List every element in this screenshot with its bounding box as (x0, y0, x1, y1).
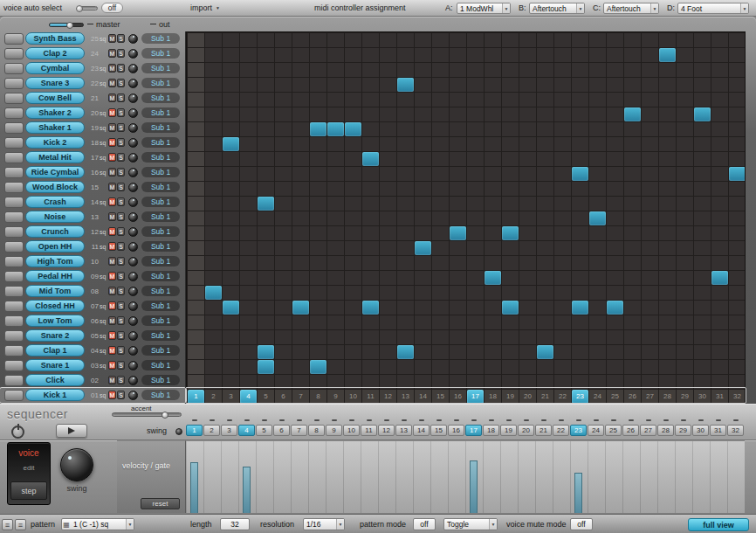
mute-button[interactable]: M (108, 376, 116, 384)
grid-cell[interactable] (572, 137, 588, 151)
grid-cell[interactable] (589, 63, 606, 77)
accent-tick[interactable] (332, 419, 337, 421)
mute-button[interactable]: M (108, 391, 116, 399)
grid-cell[interactable] (450, 271, 466, 285)
grid-cell[interactable] (589, 93, 606, 107)
grid-cell[interactable] (502, 167, 519, 181)
grid-cell[interactable] (677, 167, 693, 181)
grid-cell[interactable] (519, 63, 536, 77)
grid-cell[interactable] (327, 197, 344, 211)
grid-cell[interactable] (397, 63, 414, 77)
grid-cell[interactable] (188, 256, 204, 270)
grid-cell[interactable] (188, 241, 204, 255)
grid-cell[interactable] (624, 360, 641, 374)
mute-button[interactable]: M (108, 257, 116, 266)
grid-cell[interactable] (380, 152, 396, 166)
grid-cell[interactable] (642, 226, 658, 240)
grid-cell[interactable] (572, 301, 588, 315)
solo-button[interactable]: S (117, 79, 125, 87)
grid-cell[interactable] (607, 78, 623, 92)
voice-name-button[interactable]: Cymbal (25, 62, 85, 74)
pan-knob[interactable] (128, 361, 138, 370)
grid-cell[interactable] (485, 137, 501, 151)
grid-cell[interactable] (467, 197, 484, 211)
grid-cell[interactable] (450, 256, 466, 270)
accent-tick[interactable] (559, 419, 564, 421)
solo-button[interactable]: S (117, 34, 125, 43)
grid-cell[interactable] (572, 226, 588, 240)
pan-knob[interactable] (128, 376, 138, 385)
swing-step-button[interactable]: 3 (221, 425, 237, 436)
grid-cell[interactable] (380, 301, 396, 315)
grid-cell[interactable] (380, 63, 396, 77)
grid-cell[interactable] (397, 107, 414, 121)
grid-cell[interactable] (642, 256, 658, 270)
grid-cell[interactable] (327, 48, 344, 62)
output-select[interactable]: Sub 1 (141, 315, 180, 326)
voice-drag-handle[interactable] (4, 182, 24, 193)
grid-cell[interactable] (624, 226, 641, 240)
output-select[interactable]: Sub 1 (141, 375, 180, 385)
grid-cell[interactable] (205, 256, 222, 270)
grid-cell[interactable] (397, 226, 414, 240)
grid-cell[interactable] (310, 360, 326, 374)
pan-knob[interactable] (128, 242, 138, 252)
grid-cell[interactable] (258, 256, 274, 270)
grid-cell[interactable] (694, 197, 711, 211)
grid-cell[interactable] (677, 63, 693, 77)
grid-cell[interactable] (467, 256, 484, 270)
grid-cell[interactable] (554, 152, 571, 166)
voice-drag-handle[interactable] (4, 301, 24, 312)
grid-cell[interactable] (415, 182, 431, 196)
grid-cell[interactable] (380, 33, 396, 47)
grid-cell[interactable] (240, 78, 257, 92)
grid-cell[interactable] (659, 330, 676, 344)
accent-tick[interactable] (419, 419, 424, 421)
pan-knob[interactable] (128, 123, 138, 133)
grid-step-number-cell[interactable]: 6 (275, 390, 292, 404)
grid-cell[interactable] (345, 256, 361, 270)
grid-cell[interactable] (607, 152, 623, 166)
solo-button[interactable]: S (117, 361, 125, 370)
grid-cell[interactable] (677, 182, 693, 196)
swing-step-button[interactable]: 31 (710, 425, 726, 436)
grid-cell[interactable] (624, 345, 641, 359)
grid-cell[interactable] (677, 122, 693, 136)
grid-cell[interactable] (589, 137, 606, 151)
grid-cell[interactable] (415, 286, 431, 300)
grid-cell[interactable] (292, 315, 309, 329)
voice-drag-handle[interactable] (4, 315, 24, 327)
voice-drag-handle[interactable] (4, 256, 24, 267)
grid-step-number-cell[interactable]: 4 (240, 390, 257, 404)
grid-cell[interactable] (432, 375, 449, 389)
grid-cell[interactable] (694, 122, 711, 136)
voice-name-button[interactable]: Synth Bass (25, 32, 85, 45)
accent-tick[interactable] (314, 419, 320, 421)
grid-cell[interactable] (240, 241, 257, 255)
grid-cell[interactable] (380, 197, 396, 211)
grid-cell[interactable] (240, 345, 257, 359)
grid-cell[interactable] (624, 286, 641, 300)
grid-cell[interactable] (502, 241, 519, 255)
grid-cell[interactable] (642, 33, 658, 47)
voice-drag-handle[interactable] (4, 33, 24, 45)
grid-cell[interactable] (310, 48, 326, 62)
grid-cell[interactable] (659, 375, 676, 389)
grid-cell[interactable] (240, 152, 257, 166)
voice-name-button[interactable]: Cow Bell (25, 92, 85, 104)
swing-step-button[interactable]: 12 (378, 425, 395, 436)
grid-cell[interactable] (642, 197, 658, 211)
output-select[interactable]: Sub 1 (141, 197, 180, 207)
grid-cell[interactable] (327, 107, 344, 121)
mute-button[interactable]: M (108, 183, 116, 191)
grid-cell[interactable] (415, 330, 431, 344)
grid-cell[interactable] (589, 152, 606, 166)
grid-cell[interactable] (205, 197, 222, 211)
grid-cell[interactable] (292, 211, 309, 225)
grid-cell[interactable] (659, 167, 676, 181)
grid-step-number-cell[interactable]: 2 (205, 390, 222, 404)
voice-name-button[interactable]: Metal Hit (25, 151, 85, 163)
grid-cell[interactable] (292, 330, 309, 344)
grid-cell[interactable] (327, 360, 344, 374)
grid-cell[interactable] (223, 226, 239, 240)
